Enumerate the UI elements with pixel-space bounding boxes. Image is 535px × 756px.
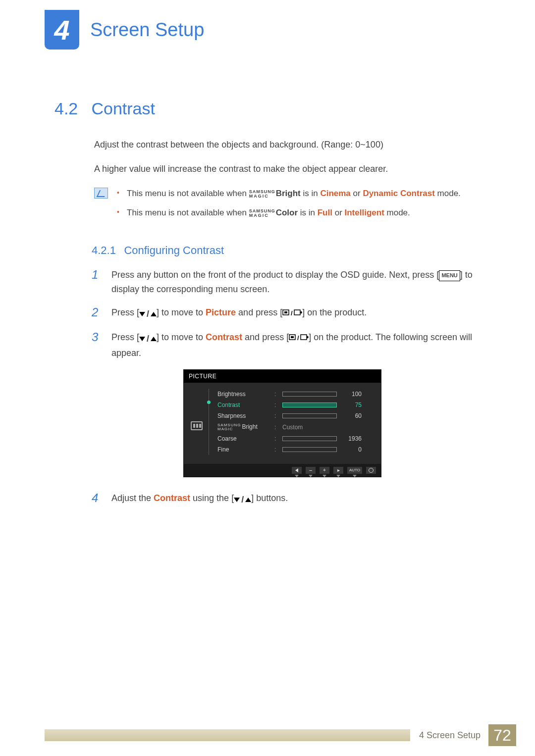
steps-list: 1 Press any button on the front of the p… (54, 268, 481, 360)
down-up-arrow-icon: / (139, 307, 157, 321)
note-block: This menu is not available when SAMSUNGM… (54, 187, 481, 225)
note-icon (94, 188, 108, 199)
subsection-title: Configuring Contrast (124, 244, 224, 256)
step-number: 3 (92, 330, 103, 360)
section-number: 4.2 (54, 99, 89, 118)
osd-label: SAMSUNGMAGICBright (217, 423, 269, 431)
osd-row: Coarse:1936 (193, 433, 372, 444)
osd-slider (282, 403, 337, 407)
osd-row: Sharpness:60 (193, 410, 372, 421)
osd-label: Sharpness (217, 412, 269, 419)
footer-bar (45, 729, 410, 741)
samsung-magic-label: SAMSUNGMAGIC (249, 209, 275, 218)
osd-label: Brightness (217, 391, 269, 398)
osd-row: Fine:0 (193, 444, 372, 455)
osd-body: Brightness:100Contrast:75Sharpness:60SAM… (184, 383, 381, 464)
step-4: 4 Adjust the Contrast using the [/] butt… (92, 491, 481, 507)
osd-slider (282, 436, 337, 441)
osd-value: 60 (342, 412, 362, 419)
down-up-arrow-icon: / (234, 493, 251, 507)
osd-power-button (366, 467, 376, 474)
osd-slider (282, 413, 337, 418)
section-heading: 4.2 Contrast (54, 99, 481, 118)
enter-source-icon: / (289, 332, 309, 342)
osd-value: 75 (342, 402, 362, 408)
osd-row: SAMSUNGMAGICBright:Custom (193, 421, 372, 433)
chapter-header: 4 Screen Setup (0, 0, 535, 50)
menu-button-label: MENU (439, 270, 460, 281)
osd-value: 100 (342, 391, 362, 398)
svg-text:/: / (291, 309, 293, 317)
intro-line-1: Adjust the contrast between the objects … (94, 138, 481, 151)
page-number: 72 (488, 724, 516, 746)
intro-line-2: A higher value will increase the contras… (94, 162, 481, 176)
step-2: 2 Press [/] to move to Picture and press… (92, 305, 481, 321)
osd-active-dot (207, 401, 211, 404)
osd-plus-button: + (320, 467, 329, 474)
note-list: This menu is not available when SAMSUNGM… (117, 187, 461, 225)
osd-slider (282, 447, 337, 452)
osd-back-button (292, 467, 302, 474)
svg-rect-7 (301, 335, 307, 340)
osd-value: Custom (282, 424, 303, 431)
osd-row: Brightness:100 (193, 389, 372, 400)
down-up-arrow-icon: / (139, 332, 157, 346)
note-item-1: This menu is not available when SAMSUNGM… (117, 187, 461, 200)
step-3: 3 Press [/] to move to Contrast and pres… (92, 330, 481, 360)
osd-auto-button: AUTO (347, 467, 362, 474)
osd-slider (282, 392, 337, 397)
section: 4.2 Contrast Adjust the contrast between… (0, 99, 535, 506)
step-number: 1 (92, 268, 103, 297)
chapter-number-badge: 4 (45, 10, 79, 50)
chapter-title: Screen Setup (90, 19, 204, 41)
subsection-number: 4.2.1 (92, 244, 116, 256)
svg-rect-5 (291, 336, 294, 338)
step-number: 4 (92, 491, 103, 507)
osd-value: 0 (342, 446, 362, 453)
osd-preview: PICTURE Brightness:100Contrast:75Sharpne… (183, 369, 381, 477)
osd-tree-line (209, 389, 209, 455)
osd-minus-button: ‒ (306, 467, 316, 474)
step-1: 1 Press any button on the front of the p… (92, 268, 481, 297)
footer-chapter-label: 4 Screen Setup (410, 730, 488, 741)
osd-row: Contrast:75 (193, 400, 372, 410)
svg-text:/: / (297, 334, 299, 342)
page-footer: 4 Screen Setup 72 (45, 725, 516, 745)
osd-label: Contrast (217, 402, 269, 408)
svg-rect-1 (284, 311, 287, 313)
osd-title: PICTURE (184, 370, 381, 383)
section-intro: Adjust the contrast between the objects … (54, 138, 481, 176)
osd-value: 1936 (342, 435, 362, 442)
step-number: 2 (92, 305, 103, 321)
picture-icon (191, 421, 203, 430)
osd-button-row: ‒ + ▸ AUTO (184, 464, 381, 477)
section-title: Contrast (91, 99, 155, 118)
osd-enter-button: ▸ (333, 467, 343, 474)
samsung-magic-label: SAMSUNGMAGIC (249, 190, 275, 199)
steps-list-cont: 4 Adjust the Contrast using the [/] butt… (54, 491, 481, 507)
subsection-heading: 4.2.1 Configuring Contrast (54, 244, 481, 257)
enter-source-icon: / (282, 307, 302, 317)
note-item-2: This menu is not available when SAMSUNGM… (117, 206, 461, 219)
osd-label: Coarse (217, 435, 269, 442)
svg-rect-3 (294, 310, 300, 315)
osd-label: Fine (217, 446, 269, 453)
